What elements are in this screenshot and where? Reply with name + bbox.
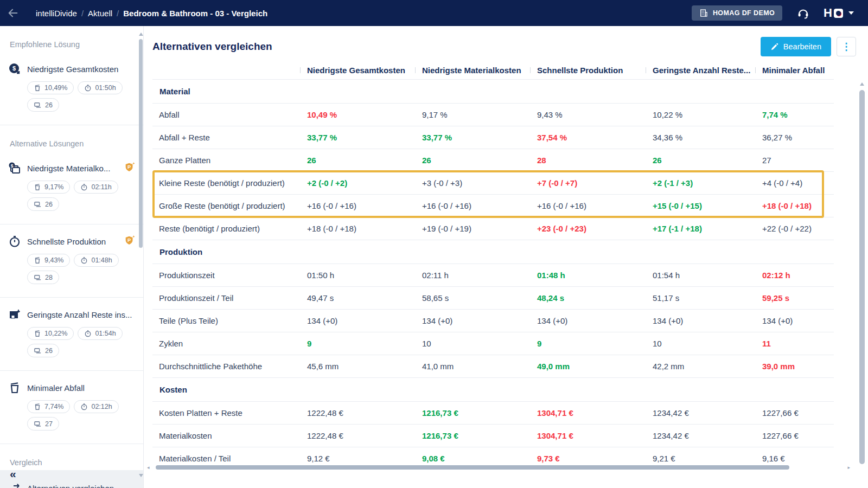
sidebar-item-label: Geringste Anzahl Reste ins... bbox=[27, 310, 132, 319]
sidebar-item-label: Niedrigste Materialko... bbox=[27, 164, 110, 173]
value-cell: 10 bbox=[415, 339, 530, 348]
value-cell: 1234,42 € bbox=[646, 408, 755, 418]
value-cell: 10,22 % bbox=[646, 110, 755, 119]
more-options-button[interactable]: ⋮ bbox=[837, 37, 856, 56]
row-label: Zyklen bbox=[152, 339, 300, 348]
value-cell: +4 (-0 / +4) bbox=[755, 178, 834, 188]
column-header: Geringste Anzahl Reste... bbox=[646, 66, 755, 75]
sidebar-item-geringste-anzahl-reste-ins[interactable]: Geringste Anzahl Reste ins...10,22%01:54… bbox=[0, 298, 143, 366]
sidebar-item-minimaler-abfall[interactable]: Minimaler Abfall7,74%02:12h27 bbox=[0, 371, 143, 439]
value-cell: +15 (-0 / +15) bbox=[646, 201, 755, 210]
boards-icon bbox=[34, 101, 42, 109]
stat-badge: 01:50h bbox=[78, 81, 122, 94]
value-cell: 1234,42 € bbox=[646, 431, 755, 440]
column-header: Schnellste Produktion bbox=[530, 66, 646, 75]
value-cell: +22 (-0 / +22) bbox=[755, 224, 834, 233]
stat-badge: 26 bbox=[27, 197, 59, 211]
comparison-table: Niedrigste GesamtkostenNiedrigste Materi… bbox=[152, 61, 834, 466]
group-title: Material bbox=[152, 87, 300, 96]
boards-icon bbox=[34, 346, 42, 355]
value-cell: +16 (-0 / +16) bbox=[415, 201, 530, 210]
tenant-label: HOMAG DF DEMO bbox=[713, 9, 775, 17]
value-cell: 45,6 mm bbox=[300, 362, 415, 371]
value-cell: +19 (-0 / +19) bbox=[415, 224, 530, 233]
time-icon bbox=[80, 403, 88, 410]
table-row: Reste (benötigt / produziert)+18 (-0 / +… bbox=[152, 217, 834, 240]
value-cell: 134 (+0) bbox=[755, 316, 834, 325]
compare-icon bbox=[8, 481, 22, 488]
value-cell: +3 (-0 / +3) bbox=[415, 178, 530, 188]
svg-text:P: P bbox=[127, 237, 131, 243]
value-cell: 9,12 € bbox=[300, 454, 415, 463]
lowest-total-cost-icon: $ bbox=[8, 62, 22, 76]
value-cell: 134 (+0) bbox=[300, 316, 415, 325]
sidebar-item-schnellste-produktion[interactable]: Schnellste ProduktionP9,43%01:48h28 bbox=[0, 224, 143, 293]
scroll-left-arrow-icon: ◂ bbox=[147, 465, 150, 470]
time-icon bbox=[80, 256, 88, 264]
value-cell: 49,47 s bbox=[300, 293, 415, 303]
table-row: Kleine Reste (benötigt / produziert)+2 (… bbox=[152, 171, 834, 194]
waste-icon bbox=[34, 330, 41, 337]
sidebar-item-niedrigste-gesamtkosten[interactable]: $Niedrigste Gesamtkosten10,49%01:50h26 bbox=[0, 52, 143, 120]
sidebar-section-title: Empfohlene Lösung bbox=[0, 26, 143, 52]
sidebar-item-alternativen-vergleichen[interactable]: Alternativen vergleichen bbox=[0, 470, 143, 488]
row-label: Abfall + Reste bbox=[152, 133, 300, 142]
value-cell: 1216,73 € bbox=[415, 431, 530, 440]
table-row: Durchschnittliche Pakethöhe45,6 mm41,0 m… bbox=[152, 355, 834, 377]
value-cell: +2 (-0 / +2) bbox=[300, 178, 415, 188]
row-label: Kleine Reste (benötigt / produziert) bbox=[152, 178, 300, 188]
back-button[interactable] bbox=[0, 7, 26, 19]
table-group-header: Produktion bbox=[152, 240, 834, 264]
value-cell: 10,49 % bbox=[300, 110, 415, 119]
stat-badge: 01:48h bbox=[74, 254, 118, 267]
row-label: Abfall bbox=[152, 110, 300, 119]
value-cell: 1304,71 € bbox=[530, 408, 646, 418]
value-cell: 41,0 mm bbox=[415, 362, 530, 371]
time-icon bbox=[84, 84, 92, 92]
sidebar-section-title: Alternative Lösungen bbox=[0, 125, 143, 151]
value-cell: 28 bbox=[530, 156, 646, 165]
horizontal-scrollbar[interactable]: ◂ ▸ bbox=[146, 464, 851, 471]
value-cell: 9,73 € bbox=[530, 454, 646, 463]
value-cell: 9,08 € bbox=[415, 454, 530, 463]
stat-badge: 10,22% bbox=[27, 327, 74, 340]
time-icon bbox=[84, 330, 92, 337]
sidebar-scrollbar[interactable] bbox=[139, 33, 143, 477]
sidebar-item-label: Schnellste Produktion bbox=[27, 237, 106, 246]
value-cell: 26 bbox=[646, 156, 755, 165]
value-cell: 1222,48 € bbox=[300, 408, 415, 418]
row-label: Reste (benötigt / produziert) bbox=[152, 224, 300, 233]
vertical-scrollbar[interactable] bbox=[859, 82, 865, 468]
sidebar-item-label: Alternativen vergleichen bbox=[27, 484, 114, 488]
table-row: Materialkosten / Teil9,12 €9,08 €9,73 €9… bbox=[152, 447, 834, 466]
breadcrumb-app[interactable]: intelliDivide bbox=[36, 9, 77, 18]
table-row: Ganze Platten2626282627 bbox=[152, 149, 834, 171]
minimal-waste-icon bbox=[8, 381, 22, 395]
group-title: Produktion bbox=[152, 247, 300, 256]
breadcrumb-current: Bedroom & Bathroom - 03 - Vergleich bbox=[123, 9, 267, 18]
value-cell: +18 (-0 / +18) bbox=[300, 224, 415, 233]
tenant-button[interactable]: HOMAG DF DEMO bbox=[692, 5, 782, 21]
value-cell: 134 (+0) bbox=[646, 316, 755, 325]
breadcrumb-section[interactable]: Aktuell bbox=[88, 9, 112, 18]
value-cell: +18 (-0 / +18) bbox=[755, 201, 834, 210]
value-cell: 58,65 s bbox=[415, 293, 530, 303]
value-cell: 01:50 h bbox=[300, 271, 415, 280]
account-menu[interactable]: H bbox=[824, 6, 854, 20]
value-cell: 9,21 € bbox=[646, 454, 755, 463]
value-cell: 134 (+0) bbox=[415, 316, 530, 325]
value-cell: 1222,48 € bbox=[300, 431, 415, 440]
edit-button[interactable]: Bearbeiten bbox=[761, 37, 831, 56]
value-cell: 39,0 mm bbox=[755, 362, 834, 371]
waste-icon bbox=[34, 84, 41, 92]
value-cell: 26 bbox=[300, 156, 415, 165]
support-button[interactable] bbox=[796, 7, 809, 20]
waste-icon bbox=[34, 403, 41, 410]
sidebar-collapse-button[interactable]: « bbox=[10, 468, 16, 479]
value-cell: 01:48 h bbox=[530, 271, 646, 280]
sidebar-item-niedrigste-materialko[interactable]: $Niedrigste Materialko...P9,17%02:11h26 bbox=[0, 151, 143, 220]
row-label: Produktionszeit / Teil bbox=[152, 293, 300, 303]
row-label: Materialkosten / Teil bbox=[152, 454, 300, 463]
fewest-offcuts-icon bbox=[8, 307, 22, 322]
value-cell: 33,77 % bbox=[415, 133, 530, 142]
